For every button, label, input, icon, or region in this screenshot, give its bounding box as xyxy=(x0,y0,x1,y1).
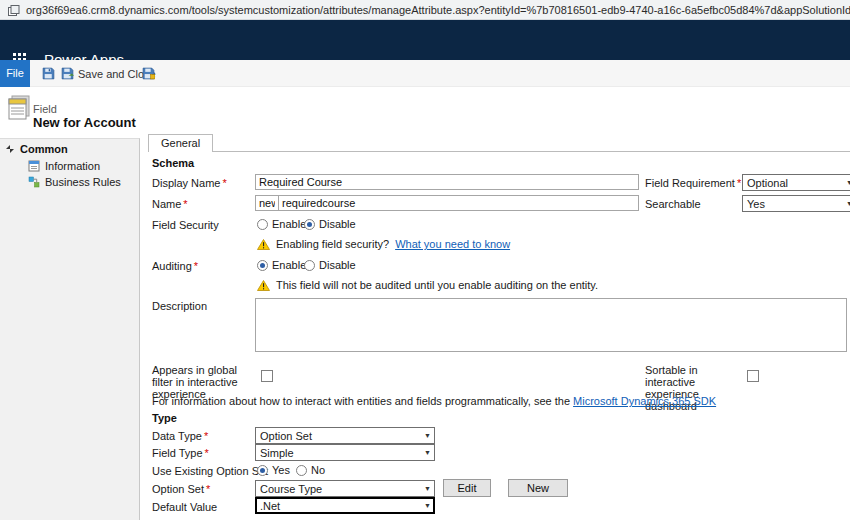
required-asterisk: * xyxy=(205,447,209,459)
field-requirement-value: Optional xyxy=(747,175,788,191)
use-existing-label: Use Existing Option Set xyxy=(152,465,268,477)
chevron-down-icon: ▼ xyxy=(424,449,431,456)
save-button[interactable] xyxy=(42,67,55,80)
auditing-enable-radio[interactable]: Enable xyxy=(257,259,306,271)
global-filter-checkbox[interactable] xyxy=(261,370,273,382)
field-security-disable-radio[interactable]: Disable xyxy=(304,218,356,230)
file-menu-button[interactable]: File xyxy=(0,60,30,87)
field-security-warning: Enabling field security? What you need t… xyxy=(257,238,510,250)
tab-general[interactable]: General xyxy=(148,134,213,152)
default-value-label: Default Value xyxy=(152,501,217,513)
radio-circle xyxy=(304,260,315,271)
radio-circle xyxy=(257,465,268,476)
required-asterisk: * xyxy=(206,483,210,495)
radio-circle xyxy=(257,260,268,271)
chevron-down-icon: ▼ xyxy=(424,502,431,509)
field-security-label: Field Security xyxy=(152,219,219,231)
tab-divider xyxy=(148,151,850,152)
name-label: Name* xyxy=(152,198,188,210)
url-text[interactable]: org36f69ea6.crm8.dynamics.com/tools/syst… xyxy=(26,4,850,16)
schema-heading: Schema xyxy=(152,157,194,169)
use-existing-no-radio[interactable]: No xyxy=(296,464,325,476)
save-and-new-icon xyxy=(142,67,155,80)
sortable-checkbox[interactable] xyxy=(747,370,759,382)
chevron-down-icon: ▼ xyxy=(846,200,850,207)
warning-icon xyxy=(257,280,270,291)
required-asterisk: * xyxy=(204,430,208,442)
field-security-help-link[interactable]: What you need to know xyxy=(395,238,510,250)
required-asterisk: * xyxy=(737,177,741,189)
radio-label: Yes xyxy=(272,464,290,476)
field-type-value: Simple xyxy=(260,445,294,461)
name-prefix-input[interactable] xyxy=(255,195,279,211)
option-set-value: Course Type xyxy=(260,481,322,497)
searchable-label: Searchable xyxy=(645,198,701,210)
sdk-text: For information about how to interact wi… xyxy=(152,395,570,407)
auditing-label: Auditing* xyxy=(152,260,198,272)
sdk-note: For information about how to interact wi… xyxy=(152,395,716,407)
description-label: Description xyxy=(152,300,207,312)
warning-icon xyxy=(257,239,270,250)
required-asterisk: * xyxy=(222,177,226,189)
chevron-down-icon: ▼ xyxy=(424,485,431,492)
auditing-warning: This field will not be audited until you… xyxy=(257,279,598,291)
new-button[interactable]: New xyxy=(508,479,568,497)
default-value-select[interactable]: .Net ▼ xyxy=(255,497,435,514)
display-name-label: Display Name* xyxy=(152,177,227,189)
collapse-icon xyxy=(5,144,15,154)
sidebar: Common Information Business Rules xyxy=(0,138,140,520)
sidebar-group-label: Common xyxy=(20,143,68,155)
radio-label: Enable xyxy=(272,259,306,271)
warning-text: Enabling field security? xyxy=(276,238,389,250)
chevron-down-icon: ▼ xyxy=(846,179,850,186)
description-textarea[interactable] xyxy=(255,298,847,352)
data-type-value: Option Set xyxy=(260,428,312,444)
radio-circle xyxy=(304,219,315,230)
field-type-label: Field Type* xyxy=(152,447,209,459)
edit-button[interactable]: Edit xyxy=(443,479,491,497)
searchable-value: Yes xyxy=(747,196,765,212)
command-toolbar: File Save and Close xyxy=(0,60,850,87)
option-set-label: Option Set* xyxy=(152,483,210,495)
radio-label: Disable xyxy=(319,259,356,271)
sdk-link[interactable]: Microsoft Dynamics 365 SDK xyxy=(573,395,716,407)
required-asterisk: * xyxy=(183,198,187,210)
default-value-value: .Net xyxy=(260,498,280,514)
searchable-select[interactable]: Yes ▼ xyxy=(742,195,850,212)
save-and-new-button[interactable] xyxy=(142,67,155,80)
business-rules-icon xyxy=(28,176,40,188)
radio-circle xyxy=(257,219,268,230)
sidebar-item-information[interactable]: Information xyxy=(28,160,100,172)
radio-label: Enable xyxy=(272,218,306,230)
display-name-input[interactable] xyxy=(255,174,639,190)
option-set-select[interactable]: Course Type ▼ xyxy=(255,480,435,497)
data-type-label: Data Type* xyxy=(152,430,208,442)
field-type-select[interactable]: Simple ▼ xyxy=(255,444,435,461)
sidebar-group-common[interactable]: Common xyxy=(5,143,68,155)
data-type-select[interactable]: Option Set ▼ xyxy=(255,427,435,444)
use-existing-yes-radio[interactable]: Yes xyxy=(257,464,290,476)
save-and-close-icon xyxy=(61,67,74,80)
required-asterisk: * xyxy=(194,260,198,272)
page-title: New for Account xyxy=(33,115,136,130)
field-requirement-label: Field Requirement* xyxy=(645,177,741,189)
field-requirement-select[interactable]: Optional ▼ xyxy=(742,174,850,191)
radio-label: No xyxy=(311,464,325,476)
field-security-enable-radio[interactable]: Enable xyxy=(257,218,306,230)
name-input[interactable] xyxy=(278,195,639,211)
app-header: Power Apps xyxy=(0,20,850,60)
page-icon xyxy=(8,5,20,16)
auditing-disable-radio[interactable]: Disable xyxy=(304,259,356,271)
sidebar-item-label: Information xyxy=(45,160,100,172)
type-heading: Type xyxy=(152,412,177,424)
warning-text: This field will not be audited until you… xyxy=(276,279,598,291)
radio-circle xyxy=(296,465,307,476)
radio-label: Disable xyxy=(319,218,356,230)
page-kind: Field xyxy=(33,103,57,115)
sidebar-item-label: Business Rules xyxy=(45,176,121,188)
sidebar-item-business-rules[interactable]: Business Rules xyxy=(28,176,121,188)
browser-address-bar[interactable]: org36f69ea6.crm8.dynamics.com/tools/syst… xyxy=(0,0,850,20)
save-icon xyxy=(42,67,55,80)
field-dialog-icon xyxy=(8,95,32,121)
information-icon xyxy=(28,160,40,172)
